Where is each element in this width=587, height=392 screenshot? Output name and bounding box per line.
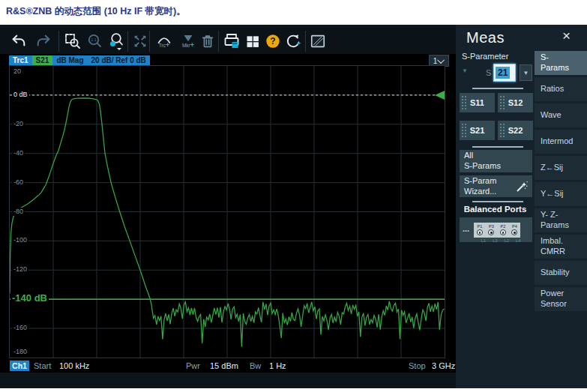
start-value[interactable]: 100 kHz — [59, 361, 89, 370]
window-selector-button[interactable]: 1 — [429, 55, 449, 67]
sparam-button-grid: S11S12S21S22 — [460, 93, 533, 140]
channel-status-bar: Ch1 Start 100 kHz Pwr 15 dBm Bw 1 Hz Sto… — [0, 361, 456, 373]
stop-label: Stop — [409, 361, 426, 370]
y-tick-0dB: 0 dB — [12, 91, 29, 99]
port-connector-icon — [477, 229, 483, 235]
s22-button[interactable]: S22 — [498, 121, 533, 140]
sparameter-section-label: S-Parameter — [462, 52, 508, 61]
bottom-margin — [0, 388, 587, 392]
tab-y←sij[interactable]: Y←Sij — [535, 182, 587, 206]
channel-badge[interactable]: Ch1 — [10, 361, 29, 371]
zoom-select-icon[interactable] — [63, 31, 82, 51]
balanced-ports-button[interactable]: ... P1P3P2P4 L1L3L2L4 — [460, 217, 532, 242]
toolbar-separator — [218, 31, 219, 52]
trace-name-label[interactable]: Trc1 — [9, 55, 32, 66]
plot-area[interactable]: 200 dB-20-40-60-80-100-120-140 dB-160-18… — [10, 66, 445, 358]
trace-scale-label[interactable]: 20 dB/ Ref 0 dB — [87, 55, 149, 66]
add-trace-icon[interactable]: Trc+ — [153, 31, 175, 51]
sparameter-input[interactable]: 21 — [493, 64, 516, 82]
all-sparams-button[interactable]: All S-Params — [460, 150, 532, 172]
y-tick--140dB: -140 dB — [10, 293, 49, 304]
svg-text:1:1: 1:1 — [91, 37, 97, 42]
toolbar: 1:1 Trc+ — [0, 28, 456, 55]
softtool-tab-column: S- ParamsRatiosWaveIntermodZ←SijY←SijY- … — [535, 51, 587, 311]
zoom-one-to-one-icon[interactable]: 1:1 — [85, 31, 104, 51]
add-marker-icon[interactable]: Mkr+ — [177, 31, 199, 51]
trace-chart — [10, 66, 445, 358]
toolbar-separator — [305, 31, 306, 52]
instrument-app-window: 1:1 Trc+ — [0, 25, 587, 388]
port-connector-icon — [488, 229, 494, 235]
toolbar-separator — [149, 31, 150, 52]
start-label: Start — [34, 361, 51, 370]
port-connector-icon — [500, 229, 506, 235]
stop-value[interactable]: 3 GHz — [432, 361, 455, 370]
tab-ratios[interactable]: Ratios — [535, 77, 587, 101]
port-logical-labels: L1L3L2L4 — [478, 238, 524, 243]
windows-logo-icon[interactable] — [243, 31, 262, 51]
redo-icon[interactable] — [34, 31, 53, 51]
display-icon[interactable] — [308, 31, 328, 51]
wand-icon — [515, 180, 529, 193]
fullscreen-icon[interactable] — [130, 31, 150, 51]
tab-s--params[interactable]: S- Params — [535, 51, 587, 75]
help-icon[interactable]: ? — [263, 31, 283, 51]
y-tick--160: -160 — [12, 324, 28, 332]
tab-stability[interactable]: Stability — [535, 261, 587, 285]
y-tick--60: -60 — [12, 178, 25, 187]
figure-caption: R&S®ZNB 的动态范围 (10 Hz IF 带宽时)。 — [6, 5, 186, 18]
diagram-area: Trc1 S21 dB Mag 20 dB/ Ref 0 dB 1 200 dB… — [0, 54, 456, 373]
separator — [472, 201, 523, 202]
y-tick--40: -40 — [12, 149, 25, 157]
tab-intermod[interactable]: Intermod — [535, 130, 587, 154]
refresh-icon[interactable] — [283, 31, 303, 51]
chevron-down-icon — [437, 56, 445, 64]
balanced-ports-label: Balanced Ports — [456, 205, 535, 214]
y-tick--20: -20 — [12, 120, 25, 128]
trace-format-label[interactable]: dB Mag — [52, 55, 87, 66]
ports-more-label: ... — [463, 224, 469, 233]
toolbar-separator — [127, 31, 128, 52]
zoom-options-icon[interactable] — [106, 31, 125, 51]
tab-imbal.-cmrr[interactable]: Imbal. CMRR — [535, 235, 587, 259]
toolbar-separator — [58, 31, 59, 52]
s21-button[interactable]: S21 — [460, 121, 495, 140]
meas-softtool-panel: Meas × S-Parameter ▼ S 21 ▼ S11S12S21S22… — [456, 25, 587, 388]
tab-power-sensor[interactable]: Power Sensor — [535, 287, 587, 311]
trace-info-bar[interactable]: Trc1 S21 dB Mag 20 dB/ Ref 0 dB — [9, 55, 150, 66]
s11-button[interactable]: S11 — [460, 93, 495, 112]
port-diagram: P1P3P2P4 — [474, 223, 520, 238]
sparam-wizard-button[interactable]: S-Param Wizard... — [460, 175, 532, 197]
selector-decrement-icon[interactable]: ▼ — [462, 67, 468, 74]
svg-text:?: ? — [270, 36, 275, 46]
bw-value[interactable]: 1 Hz — [269, 361, 286, 370]
panel-title: Meas — [466, 29, 505, 46]
znb-screenshot: R&S®ZNB 的动态范围 (10 Hz IF 带宽时)。 — [0, 0, 587, 392]
y-tick--80: -80 — [12, 208, 25, 216]
undo-icon[interactable] — [9, 31, 28, 51]
print-icon[interactable] — [222, 31, 241, 51]
separator — [472, 146, 523, 148]
y-tick-20: 20 — [12, 67, 22, 76]
y-tick--100: -100 — [12, 236, 28, 244]
y-tick--180: -180 — [12, 348, 28, 356]
tab-wave[interactable]: Wave — [535, 103, 587, 127]
tab-y--z--params[interactable]: Y- Z- Params — [535, 208, 587, 232]
close-icon[interactable]: × — [562, 28, 571, 44]
separator — [472, 88, 523, 89]
selector-dropdown-button[interactable]: ▼ — [520, 64, 532, 81]
tab-z←sij[interactable]: Z←Sij — [535, 156, 587, 180]
pwr-label: Pwr — [186, 361, 200, 370]
s12-button[interactable]: S12 — [498, 93, 533, 112]
y-tick--120: -120 — [12, 265, 28, 274]
trace-parameter-label[interactable]: S21 — [32, 55, 53, 66]
selector-prefix: S — [486, 68, 491, 77]
pwr-value[interactable]: 15 dBm — [210, 361, 238, 370]
delete-icon[interactable] — [198, 31, 217, 51]
port-connector-icon — [511, 229, 517, 235]
bw-label: Bw — [250, 361, 261, 370]
